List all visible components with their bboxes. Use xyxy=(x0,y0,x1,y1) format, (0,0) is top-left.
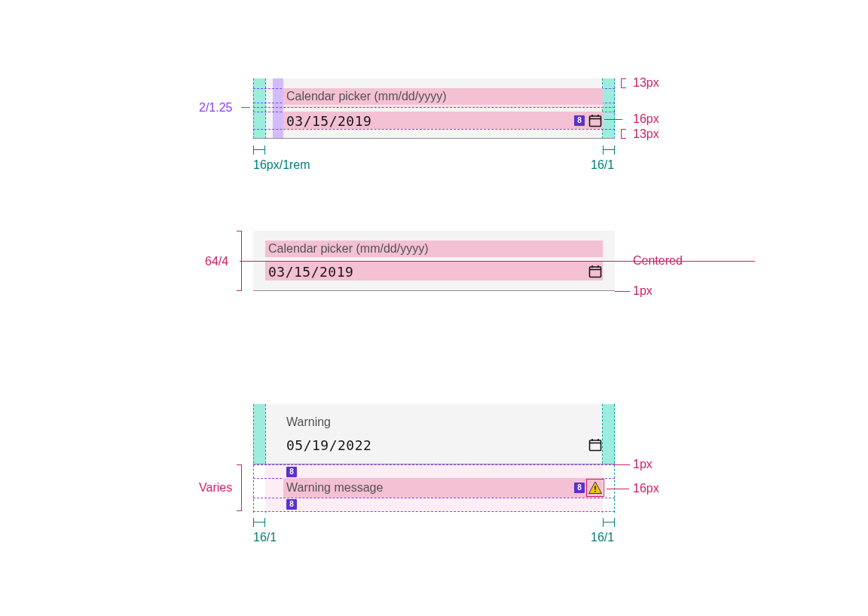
label-padding-right: 16/1 xyxy=(591,158,614,172)
bracket-bottom-padding xyxy=(621,129,622,139)
bracket-padding-right-3 xyxy=(603,522,615,523)
padding-right-highlight xyxy=(603,404,615,464)
label-top-padding: 13px xyxy=(633,76,659,90)
label-helper-height: Varies xyxy=(199,481,232,495)
label-padding-right-3: 16/1 xyxy=(591,531,614,544)
guide-v-outer-right xyxy=(614,78,615,139)
field-border-bottom xyxy=(253,290,615,291)
text-start-band xyxy=(273,78,283,139)
leader-warn-icon-size xyxy=(607,489,629,489)
bracket-padding-left xyxy=(253,149,265,150)
bracket-padding-left-3 xyxy=(253,522,265,523)
label-height: 64/4 xyxy=(205,255,228,268)
bracket-helper-height xyxy=(241,464,242,511)
field-label: Warning xyxy=(286,415,331,429)
label-border-bottom: 1px xyxy=(633,284,653,298)
guide-h-helper-bottom xyxy=(253,511,615,512)
guide-h-helper-top xyxy=(253,464,615,465)
guide-h-helper-row-bottom xyxy=(253,498,615,498)
padding-right-highlight xyxy=(603,78,615,139)
label-baseline-gap: 2/1.25 xyxy=(199,101,232,115)
guide-h-divider xyxy=(253,107,615,108)
date-picker-spec-padding: Calendar picker (mm/dd/yyyy) 03/15/2019 … xyxy=(253,78,615,139)
field-value[interactable]: 03/15/2019 xyxy=(286,113,371,130)
warning-message: Warning message xyxy=(286,481,383,495)
bracket-top-padding xyxy=(621,78,622,88)
label-icon-size: 16px xyxy=(633,112,659,126)
warning-alt-icon xyxy=(588,480,603,495)
field-label: Calendar picker (mm/dd/yyyy) xyxy=(286,90,447,103)
bracket-padding-right xyxy=(603,149,615,150)
field-value[interactable]: 05/19/2022 xyxy=(286,437,371,454)
field-value[interactable]: 03/15/2019 xyxy=(268,264,353,280)
field-label: Calendar picker (mm/dd/yyyy) xyxy=(268,242,429,256)
date-picker-spec-height: Calendar picker (mm/dd/yyyy) 03/15/2019 xyxy=(253,231,615,291)
guide-v-inner-left xyxy=(265,78,266,139)
field-surface xyxy=(253,78,615,139)
svg-rect-8 xyxy=(590,440,601,451)
calendar-icon[interactable] xyxy=(588,113,603,131)
svg-rect-0 xyxy=(590,116,601,127)
label-border-bottom-3: 1px xyxy=(633,458,653,471)
bracket-height xyxy=(241,231,242,291)
label-padding-left: 16px/1rem xyxy=(253,158,310,172)
svg-rect-4 xyxy=(590,267,601,277)
helper-region: 8 8 8 Warning message xyxy=(253,464,615,511)
leader-icon-size xyxy=(604,119,622,120)
spacing-badge-8-bottom: 8 xyxy=(286,499,297,510)
spacing-badge-8-icon: 8 xyxy=(574,483,585,493)
padding-left-highlight xyxy=(253,404,265,464)
calendar-icon[interactable] xyxy=(588,264,603,282)
label-padding-left-3: 16/1 xyxy=(253,531,277,544)
label-divider xyxy=(283,106,603,107)
tick-baseline-gap xyxy=(241,107,250,108)
label-bottom-padding: 13px xyxy=(633,127,659,141)
icon-bbox xyxy=(586,479,604,497)
leader-border-bottom xyxy=(615,291,630,292)
guide-v-outer-left xyxy=(253,78,254,139)
field-border-bottom xyxy=(253,138,615,139)
label-warn-icon-size: 16px xyxy=(633,482,659,495)
label-centered: Centered xyxy=(633,254,683,268)
field-surface xyxy=(253,404,615,464)
leader-border-bottom-3 xyxy=(615,464,630,465)
spacing-badge-8: 8 xyxy=(574,115,585,126)
padding-left-highlight xyxy=(253,78,265,139)
spacing-badge-8-top: 8 xyxy=(286,467,297,477)
calendar-icon[interactable] xyxy=(588,437,603,455)
